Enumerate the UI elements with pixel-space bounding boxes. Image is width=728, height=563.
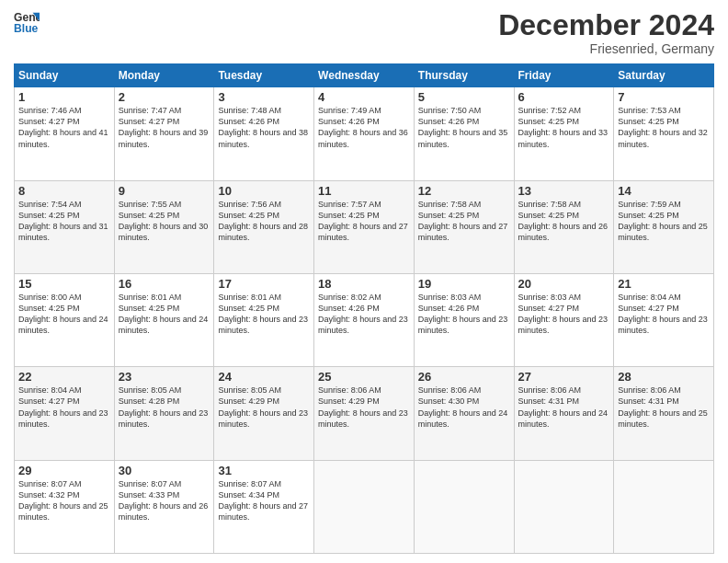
cell-details: Sunrise: 8:00 AMSunset: 4:25 PMDaylight:… — [18, 292, 110, 337]
logo-icon: General Blue — [14, 9, 40, 35]
calendar-page: General Blue December 2024 Friesenried, … — [0, 0, 728, 563]
cell-details: Sunrise: 7:52 AMSunset: 4:25 PMDaylight:… — [518, 105, 610, 150]
calendar-header-row: SundayMondayTuesdayWednesdayThursdayFrid… — [15, 64, 714, 87]
weekday-header: Saturday — [614, 64, 714, 87]
calendar-cell: 22Sunrise: 8:04 AMSunset: 4:27 PMDayligh… — [15, 367, 115, 460]
subtitle: Friesenried, Germany — [498, 41, 714, 56]
cell-details: Sunrise: 8:07 AMSunset: 4:32 PMDaylight:… — [18, 478, 110, 523]
calendar-cell: 6Sunrise: 7:52 AMSunset: 4:25 PMDaylight… — [514, 87, 614, 180]
cell-details: Sunrise: 8:04 AMSunset: 4:27 PMDaylight:… — [618, 292, 710, 337]
day-number: 16 — [119, 277, 210, 291]
calendar-cell: 11Sunrise: 7:57 AMSunset: 4:25 PMDayligh… — [314, 180, 415, 273]
calendar-week-row: 1Sunrise: 7:46 AMSunset: 4:27 PMDaylight… — [15, 87, 714, 180]
cell-details: Sunrise: 7:47 AMSunset: 4:27 PMDaylight:… — [119, 105, 210, 150]
day-number: 9 — [119, 184, 210, 198]
calendar-week-row: 22Sunrise: 8:04 AMSunset: 4:27 PMDayligh… — [15, 367, 714, 460]
day-number: 19 — [418, 277, 510, 291]
cell-details: Sunrise: 8:06 AMSunset: 4:31 PMDaylight:… — [518, 385, 610, 430]
cell-details: Sunrise: 8:06 AMSunset: 4:30 PMDaylight:… — [418, 385, 510, 430]
day-number: 15 — [18, 277, 110, 291]
calendar-week-row: 8Sunrise: 7:54 AMSunset: 4:25 PMDaylight… — [15, 180, 714, 273]
calendar-cell: 1Sunrise: 7:46 AMSunset: 4:27 PMDaylight… — [15, 87, 115, 180]
calendar-cell: 24Sunrise: 8:05 AMSunset: 4:29 PMDayligh… — [214, 367, 314, 460]
cell-details: Sunrise: 7:53 AMSunset: 4:25 PMDaylight:… — [618, 105, 710, 150]
day-number: 21 — [618, 277, 710, 291]
calendar-cell: 13Sunrise: 7:58 AMSunset: 4:25 PMDayligh… — [514, 180, 614, 273]
cell-details: Sunrise: 8:03 AMSunset: 4:26 PMDaylight:… — [418, 292, 510, 337]
calendar-cell: 2Sunrise: 7:47 AMSunset: 4:27 PMDaylight… — [114, 87, 214, 180]
svg-text:Blue: Blue — [14, 22, 39, 35]
day-number: 14 — [618, 184, 710, 198]
day-number: 23 — [119, 370, 210, 384]
calendar-cell: 17Sunrise: 8:01 AMSunset: 4:25 PMDayligh… — [214, 273, 314, 366]
day-number: 4 — [318, 90, 410, 104]
calendar-cell: 31Sunrise: 8:07 AMSunset: 4:34 PMDayligh… — [214, 460, 314, 553]
calendar-cell: 5Sunrise: 7:50 AMSunset: 4:26 PMDaylight… — [414, 87, 514, 180]
day-number: 18 — [318, 277, 410, 291]
calendar-cell: 21Sunrise: 8:04 AMSunset: 4:27 PMDayligh… — [614, 273, 714, 366]
cell-details: Sunrise: 7:48 AMSunset: 4:26 PMDaylight:… — [218, 105, 310, 150]
calendar-cell: 16Sunrise: 8:01 AMSunset: 4:25 PMDayligh… — [114, 273, 214, 366]
cell-details: Sunrise: 7:59 AMSunset: 4:25 PMDaylight:… — [618, 199, 710, 244]
title-block: December 2024 Friesenried, Germany — [498, 9, 714, 56]
cell-details: Sunrise: 8:05 AMSunset: 4:28 PMDaylight:… — [119, 385, 210, 430]
cell-details: Sunrise: 7:58 AMSunset: 4:25 PMDaylight:… — [518, 199, 610, 244]
calendar-cell: 10Sunrise: 7:56 AMSunset: 4:25 PMDayligh… — [214, 180, 314, 273]
calendar-cell: 18Sunrise: 8:02 AMSunset: 4:26 PMDayligh… — [314, 273, 415, 366]
calendar-cell — [314, 460, 415, 553]
cell-details: Sunrise: 8:06 AMSunset: 4:31 PMDaylight:… — [618, 385, 710, 430]
cell-details: Sunrise: 8:02 AMSunset: 4:26 PMDaylight:… — [318, 292, 410, 337]
calendar-cell: 29Sunrise: 8:07 AMSunset: 4:32 PMDayligh… — [15, 460, 115, 553]
calendar-cell: 26Sunrise: 8:06 AMSunset: 4:30 PMDayligh… — [414, 367, 514, 460]
day-number: 31 — [218, 464, 310, 477]
day-number: 8 — [18, 184, 110, 198]
calendar-cell: 7Sunrise: 7:53 AMSunset: 4:25 PMDaylight… — [614, 87, 714, 180]
day-number: 7 — [618, 90, 710, 104]
day-number: 24 — [218, 370, 310, 384]
day-number: 25 — [318, 370, 410, 384]
calendar-cell: 3Sunrise: 7:48 AMSunset: 4:26 PMDaylight… — [214, 87, 314, 180]
calendar-cell: 4Sunrise: 7:49 AMSunset: 4:26 PMDaylight… — [314, 87, 415, 180]
day-number: 13 — [518, 184, 610, 198]
cell-details: Sunrise: 7:50 AMSunset: 4:26 PMDaylight:… — [418, 105, 510, 150]
day-number: 5 — [418, 90, 510, 104]
cell-details: Sunrise: 8:01 AMSunset: 4:25 PMDaylight:… — [218, 292, 310, 337]
cell-details: Sunrise: 7:55 AMSunset: 4:25 PMDaylight:… — [119, 199, 210, 244]
calendar-cell — [614, 460, 714, 553]
cell-details: Sunrise: 8:01 AMSunset: 4:25 PMDaylight:… — [119, 292, 210, 337]
weekday-header: Tuesday — [214, 64, 314, 87]
calendar-cell: 14Sunrise: 7:59 AMSunset: 4:25 PMDayligh… — [614, 180, 714, 273]
weekday-header: Wednesday — [314, 64, 415, 87]
cell-details: Sunrise: 7:46 AMSunset: 4:27 PMDaylight:… — [18, 105, 110, 150]
cell-details: Sunrise: 8:06 AMSunset: 4:29 PMDaylight:… — [318, 385, 410, 430]
day-number: 11 — [318, 184, 410, 198]
calendar-week-row: 15Sunrise: 8:00 AMSunset: 4:25 PMDayligh… — [15, 273, 714, 366]
calendar-cell: 28Sunrise: 8:06 AMSunset: 4:31 PMDayligh… — [614, 367, 714, 460]
day-number: 12 — [418, 184, 510, 198]
day-number: 26 — [418, 370, 510, 384]
day-number: 2 — [119, 90, 210, 104]
day-number: 28 — [618, 370, 710, 384]
calendar-cell: 20Sunrise: 8:03 AMSunset: 4:27 PMDayligh… — [514, 273, 614, 366]
cell-details: Sunrise: 7:49 AMSunset: 4:26 PMDaylight:… — [318, 105, 410, 150]
cell-details: Sunrise: 7:56 AMSunset: 4:25 PMDaylight:… — [218, 199, 310, 244]
weekday-header: Monday — [114, 64, 214, 87]
day-number: 3 — [218, 90, 310, 104]
day-number: 20 — [518, 277, 610, 291]
calendar-cell: 23Sunrise: 8:05 AMSunset: 4:28 PMDayligh… — [114, 367, 214, 460]
cell-details: Sunrise: 8:03 AMSunset: 4:27 PMDaylight:… — [518, 292, 610, 337]
day-number: 6 — [518, 90, 610, 104]
day-number: 27 — [518, 370, 610, 384]
main-title: December 2024 — [498, 9, 714, 41]
weekday-header: Thursday — [414, 64, 514, 87]
logo: General Blue — [14, 9, 40, 35]
header: General Blue December 2024 Friesenried, … — [14, 9, 714, 56]
day-number: 22 — [18, 370, 110, 384]
cell-details: Sunrise: 7:58 AMSunset: 4:25 PMDaylight:… — [418, 199, 510, 244]
cell-details: Sunrise: 8:07 AMSunset: 4:33 PMDaylight:… — [119, 478, 210, 523]
weekday-header: Friday — [514, 64, 614, 87]
calendar-cell — [514, 460, 614, 553]
calendar-week-row: 29Sunrise: 8:07 AMSunset: 4:32 PMDayligh… — [15, 460, 714, 553]
calendar-table: SundayMondayTuesdayWednesdayThursdayFrid… — [14, 63, 714, 554]
calendar-cell: 27Sunrise: 8:06 AMSunset: 4:31 PMDayligh… — [514, 367, 614, 460]
